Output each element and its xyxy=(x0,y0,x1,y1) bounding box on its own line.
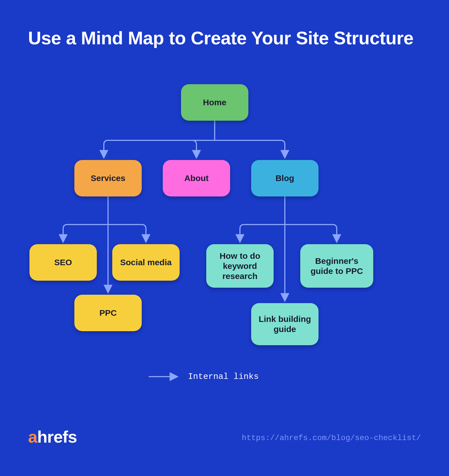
node-home: Home xyxy=(181,84,248,121)
node-seo: SEO xyxy=(29,244,97,281)
logo-highlight: a xyxy=(28,427,37,446)
legend: Internal links xyxy=(149,372,259,381)
node-blog: Blog xyxy=(251,160,319,196)
node-services: Services xyxy=(74,160,142,196)
diagram-title: Use a Mind Map to Create Your Site Struc… xyxy=(28,27,413,49)
legend-label: Internal links xyxy=(188,372,259,381)
node-link-building: Link building guide xyxy=(251,303,319,345)
node-about: About xyxy=(163,160,230,196)
arrow-icon xyxy=(149,374,180,379)
node-beginners-ppc: Beginner's guide to PPC xyxy=(300,244,373,288)
node-ppc: PPC xyxy=(74,295,142,331)
source-url: https://ahrefs.com/blog/seo-checklist/ xyxy=(242,434,421,442)
connector-lines xyxy=(0,0,449,476)
ahrefs-logo: ahrefs xyxy=(28,427,77,447)
node-keyword-research: How to do keyword research xyxy=(206,244,274,288)
logo-rest: hrefs xyxy=(37,427,77,446)
node-social-media: Social media xyxy=(112,244,180,281)
